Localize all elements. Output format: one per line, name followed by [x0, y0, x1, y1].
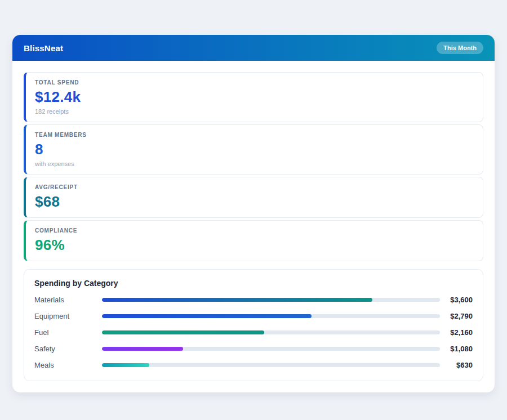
- stat-value: $68: [35, 193, 474, 211]
- bar-fill: [102, 363, 149, 367]
- dashboard-card: BlissNeat This Month TOTAL SPEND $12.4k …: [12, 35, 495, 392]
- chart-title: Spending by Category: [34, 279, 473, 288]
- stat-value: $12.4k: [35, 88, 474, 106]
- bar-value: $2,790: [440, 312, 473, 320]
- stat-card-team-members: TEAM MEMBERS 8 with expenses: [24, 124, 483, 175]
- stat-card-total-spend: TOTAL SPEND $12.4k 182 receipts: [24, 72, 483, 122]
- bar-value: $630: [440, 361, 473, 369]
- bar-row-equipment: Equipment $2,790: [34, 312, 473, 320]
- bar-label: Equipment: [34, 312, 102, 320]
- bar-row-safety: Safety $1,080: [34, 345, 473, 353]
- bar-row-materials: Materials $3,600: [34, 296, 473, 304]
- bar-row-fuel: Fuel $2,160: [34, 328, 473, 337]
- bar-label: Fuel: [34, 328, 102, 337]
- stat-value: 96%: [35, 236, 474, 254]
- stat-subtext: with expenses: [35, 160, 474, 167]
- bar-fill: [102, 347, 183, 351]
- stat-card-compliance: COMPLIANCE 96%: [24, 220, 483, 261]
- stat-subtext: 182 receipts: [35, 108, 474, 115]
- bar-track: [102, 347, 440, 351]
- bar-track: [102, 314, 440, 318]
- bar-fill: [102, 330, 264, 334]
- bar-label: Materials: [34, 296, 102, 304]
- bar-label: Meals: [34, 361, 102, 369]
- bar-row-meals: Meals $630: [34, 361, 473, 369]
- dashboard-body: TOTAL SPEND $12.4k 182 receipts TEAM MEM…: [12, 61, 495, 392]
- bar-value: $1,080: [440, 345, 473, 353]
- stat-label: TEAM MEMBERS: [35, 132, 474, 138]
- spending-by-category-chart: Spending by Category Materials $3,600 Eq…: [24, 269, 483, 381]
- stat-card-avg-receipt: AVG/RECEIPT $68: [24, 177, 483, 218]
- stat-label: COMPLIANCE: [35, 227, 474, 234]
- stat-label: TOTAL SPEND: [35, 79, 474, 86]
- bar-value: $2,160: [440, 328, 473, 337]
- bar-fill: [102, 298, 372, 302]
- app-title: BlissNeat: [24, 43, 63, 53]
- bar-value: $3,600: [440, 296, 473, 304]
- bar-fill: [102, 314, 312, 318]
- bar-track: [102, 330, 440, 334]
- bar-track: [102, 298, 440, 302]
- month-filter-badge[interactable]: This Month: [437, 42, 483, 54]
- app-header: BlissNeat This Month: [12, 35, 495, 61]
- bar-track: [102, 363, 440, 367]
- stat-value: 8: [35, 141, 474, 158]
- bar-label: Safety: [34, 345, 102, 353]
- stat-label: AVG/RECEIPT: [35, 184, 474, 190]
